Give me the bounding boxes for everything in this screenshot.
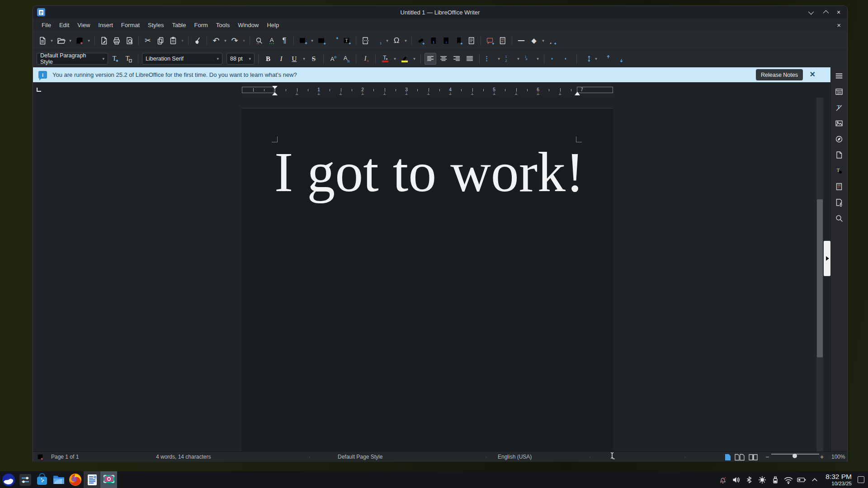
- horizontal-line-button[interactable]: [515, 35, 527, 47]
- show-desktop-icon[interactable]: [858, 476, 864, 483]
- insert-comment-button[interactable]: [484, 35, 496, 47]
- default-tab-stop[interactable]: ┴: [383, 93, 386, 97]
- discover-icon[interactable]: [33, 471, 50, 488]
- menu-tools[interactable]: Tools: [212, 20, 234, 30]
- special-character-button[interactable]: Ω: [391, 35, 402, 47]
- insert-field-dropdown-icon[interactable]: ▾: [385, 38, 390, 43]
- decrease-paragraph-spacing-button[interactable]: [613, 53, 625, 65]
- formatting-marks-button[interactable]: ¶: [278, 35, 290, 47]
- clone-formatting-button[interactable]: [192, 35, 203, 47]
- minimize-button[interactable]: [807, 8, 816, 16]
- font-color-dropdown-icon[interactable]: ▾: [392, 56, 397, 61]
- properties-icon[interactable]: [833, 87, 845, 97]
- volume-icon[interactable]: [731, 475, 741, 485]
- save-button[interactable]: [74, 35, 85, 47]
- new-dropdown-icon[interactable]: ▾: [49, 38, 54, 43]
- battery-icon[interactable]: [797, 475, 807, 485]
- track-changes-button[interactable]: [497, 35, 509, 47]
- insert-text-box-button[interactable]: T: [341, 35, 353, 47]
- italic-button[interactable]: I: [275, 53, 287, 65]
- scrollbar-thumb[interactable]: [817, 199, 823, 357]
- expand-tray-icon[interactable]: [810, 475, 820, 485]
- release-notes-button[interactable]: Release Notes: [756, 69, 803, 80]
- infobar-close-icon[interactable]: ✕: [810, 70, 816, 79]
- vertical-scrollbar[interactable]: [816, 98, 823, 451]
- page-style[interactable]: Default Page Style: [338, 454, 382, 460]
- export-pdf-button[interactable]: [98, 35, 110, 47]
- unordered-list-dropdown-icon[interactable]: ▾: [496, 56, 501, 61]
- document-page[interactable]: I got to work!: [242, 108, 613, 451]
- zoom-in-icon[interactable]: +: [820, 453, 824, 460]
- unordered-list-button[interactable]: [483, 53, 495, 65]
- default-tab-stop[interactable]: ┴: [317, 93, 320, 97]
- menu-format[interactable]: Format: [117, 20, 144, 30]
- brightness-icon[interactable]: [757, 475, 767, 485]
- menu-help[interactable]: Help: [263, 20, 283, 30]
- single-page-view-icon[interactable]: [725, 454, 731, 460]
- menu-insert[interactable]: Insert: [94, 20, 117, 30]
- print-preview-button[interactable]: [123, 35, 135, 47]
- strikethrough-button[interactable]: S: [308, 53, 320, 65]
- highlight-dropdown-icon[interactable]: ▾: [412, 56, 417, 61]
- menu-styles[interactable]: Styles: [144, 20, 168, 30]
- spectacle-task-icon[interactable]: [100, 471, 117, 488]
- open-dropdown-icon[interactable]: ▾: [68, 38, 73, 43]
- align-left-button[interactable]: [425, 53, 436, 65]
- horizontal-ruler[interactable]: 1234567┴┴┴┴┴┴┴┴┴┴┴┴┴: [242, 86, 613, 95]
- multi-page-view-icon[interactable]: [735, 454, 741, 460]
- paragraph-style-combo[interactable]: Default Paragraph Style▾: [37, 53, 108, 65]
- insert-image-button[interactable]: [316, 35, 327, 47]
- sidebar-collapse-handle[interactable]: [824, 241, 830, 276]
- insert-footnote-button[interactable]: 1: [428, 35, 439, 47]
- insert-cross-reference-button[interactable]: [466, 35, 477, 47]
- default-tab-stop[interactable]: ┴: [559, 93, 561, 97]
- word-count[interactable]: 4 words, 14 characters: [156, 454, 211, 460]
- insert-table-button[interactable]: [297, 35, 309, 47]
- styles-icon[interactable]: T: [833, 103, 845, 113]
- libreoffice-writer-task-icon[interactable]: [84, 471, 100, 488]
- left-indent-marker[interactable]: [272, 92, 278, 95]
- default-tab-stop[interactable]: ┴: [471, 93, 474, 97]
- decrease-indent-button[interactable]: [561, 53, 573, 65]
- default-tab-stop[interactable]: ┴: [405, 93, 408, 97]
- find-icon[interactable]: [833, 213, 845, 223]
- increase-paragraph-spacing-button[interactable]: [600, 53, 612, 65]
- find-replace-button[interactable]: [253, 35, 265, 47]
- maximize-button[interactable]: [821, 8, 829, 16]
- insert-table-dropdown-icon[interactable]: ▾: [310, 38, 315, 43]
- outline-list-dropdown-icon[interactable]: ▾: [535, 56, 540, 61]
- book-view-icon[interactable]: [748, 454, 755, 460]
- clear-formatting-button[interactable]: Ix: [360, 53, 372, 65]
- zoom-level[interactable]: 100%: [831, 454, 845, 460]
- unsaved-changes-icon[interactable]: [37, 453, 44, 462]
- spelling-button[interactable]: A: [266, 35, 278, 47]
- save-dropdown-icon[interactable]: ▾: [86, 38, 91, 43]
- freeform-line-button[interactable]: [547, 35, 558, 47]
- line-spacing-dropdown-icon[interactable]: ▾: [594, 56, 599, 61]
- default-tab-stop[interactable]: ┴: [296, 93, 298, 97]
- document-text[interactable]: I got to work!: [274, 145, 584, 201]
- file-manager-icon[interactable]: [50, 471, 67, 488]
- gallery-icon[interactable]: [833, 118, 845, 128]
- redo-dropdown-icon[interactable]: ▾: [241, 38, 246, 43]
- menu-form[interactable]: Form: [190, 20, 212, 30]
- highlight-color-button[interactable]: [399, 53, 410, 65]
- ordered-list-dropdown-icon[interactable]: ▾: [516, 56, 521, 61]
- paste-dropdown-icon[interactable]: ▾: [180, 38, 185, 43]
- update-style-button[interactable]: T: [109, 53, 121, 65]
- print-button[interactable]: [111, 35, 123, 47]
- menu-table[interactable]: Table: [168, 20, 190, 30]
- font-color-button[interactable]: T: [379, 53, 391, 65]
- redo-button[interactable]: ↷: [229, 35, 241, 47]
- firefox-icon[interactable]: [67, 471, 84, 488]
- default-tab-stop[interactable]: ┴: [427, 93, 430, 97]
- font-name-combo[interactable]: Liberation Serif▾: [142, 53, 222, 65]
- default-tab-stop[interactable]: ┴: [515, 93, 518, 97]
- basic-shapes-button[interactable]: ◆: [528, 35, 540, 47]
- style-inspector-icon[interactable]: T: [833, 166, 845, 176]
- menu-file[interactable]: File: [38, 20, 55, 30]
- undo-dropdown-icon[interactable]: ▾: [223, 38, 228, 43]
- line-spacing-button[interactable]: [580, 53, 592, 65]
- ordered-list-button[interactable]: 12: [503, 53, 514, 65]
- app-launcher-icon[interactable]: [0, 471, 17, 488]
